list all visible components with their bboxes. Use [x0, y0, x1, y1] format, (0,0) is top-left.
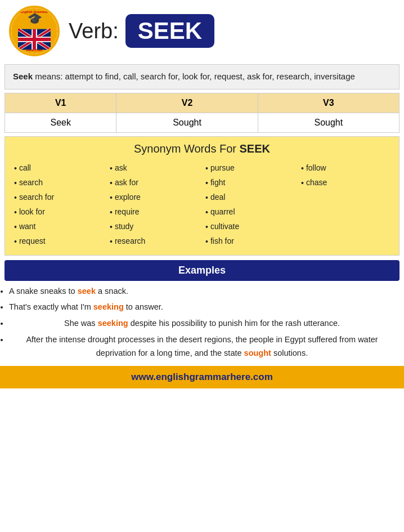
- examples-list: A snake sneaks to seek a snack. That's e…: [9, 284, 395, 360]
- bullet-icon: •: [205, 220, 208, 234]
- bullet-icon: •: [301, 162, 304, 176]
- synonym-col-4: •follow •chase: [298, 161, 393, 249]
- bullet-icon: •: [205, 205, 208, 220]
- bullet-icon: •: [14, 191, 17, 205]
- definition-bold-word: Seek: [13, 71, 33, 81]
- header-section: English Grammar 🎓 Here.Com Verb: SEEK: [0, 0, 404, 62]
- synonym-col-2: •ask •ask for •explore •require •study •…: [106, 161, 202, 249]
- col-header-v3: V3: [258, 93, 399, 113]
- list-item: •look for: [14, 205, 103, 220]
- list-item: •fish for: [205, 234, 294, 249]
- list-item: •search: [14, 176, 103, 190]
- footer: www.englishgrammarhere.com: [0, 366, 404, 388]
- example-highlight: seeking: [98, 319, 128, 328]
- col-header-v1: V1: [5, 93, 116, 113]
- bullet-icon: •: [110, 205, 113, 220]
- bullet-icon: •: [14, 205, 17, 220]
- bullet-icon: •: [14, 235, 17, 249]
- example-text-after: a snack.: [96, 287, 128, 296]
- bullet-icon: •: [110, 162, 113, 176]
- list-item: She was seeking despite his possibility …: [9, 316, 395, 330]
- example-highlight: seek: [78, 287, 96, 296]
- bullet-icon: •: [301, 176, 304, 190]
- list-item: •quarrel: [205, 205, 294, 220]
- list-item: •call: [14, 161, 103, 176]
- title-block: Verb: SEEK: [69, 14, 395, 48]
- synonym-col-1: •call •search •search for •look for •wan…: [11, 161, 106, 249]
- example-text-before: She was: [64, 319, 98, 328]
- list-item: •fight: [205, 176, 294, 190]
- synonyms-title: Synonym Words For SEEK: [11, 142, 393, 155]
- list-item: •explore: [110, 190, 199, 205]
- definition-box: Seek means: attempt to find, call, searc…: [5, 64, 399, 90]
- list-item: •chase: [301, 176, 390, 190]
- list-item: •request: [14, 234, 103, 249]
- example-text-before: After the intense drought processes in t…: [26, 335, 378, 358]
- bullet-icon: •: [14, 176, 17, 190]
- example-highlight: sought: [244, 348, 271, 357]
- logo-text-bottom: Here.Com: [11, 48, 57, 52]
- synonyms-title-plain: Synonym Words For: [134, 142, 239, 155]
- list-item: •follow: [301, 161, 390, 176]
- col-header-v2: V2: [116, 93, 258, 113]
- bullet-icon: •: [110, 191, 113, 205]
- list-item: A snake sneaks to seek a snack.: [9, 284, 395, 298]
- example-text-after: to answer.: [124, 302, 163, 311]
- bullet-icon: •: [14, 220, 17, 234]
- cap-icon: 🎓: [27, 12, 42, 26]
- example-highlight: seeking: [93, 302, 124, 311]
- example-text-after: solutions.: [271, 348, 308, 357]
- examples-header: Examples: [5, 260, 399, 281]
- bullet-icon: •: [110, 235, 113, 249]
- synonyms-grid: •call •search •search for •look for •wan…: [11, 161, 393, 249]
- definition-text: means: attempt to find, call, search for…: [33, 71, 355, 81]
- example-text-before: That's exactly what I'm: [9, 302, 93, 311]
- footer-url: www.englishgrammarhere.com: [131, 372, 273, 382]
- list-item: •cultivate: [205, 220, 294, 234]
- seek-badge: SEEK: [125, 14, 214, 48]
- conjugation-table: V1 V2 V3 Seek Sought Sought: [5, 93, 399, 133]
- list-item: •pursue: [205, 161, 294, 176]
- bullet-icon: •: [205, 162, 208, 176]
- bullet-icon: •: [14, 162, 17, 176]
- logo: English Grammar 🎓 Here.Com: [9, 6, 60, 56]
- bullet-icon: •: [205, 235, 208, 249]
- verb-label: Verb:: [69, 19, 119, 43]
- list-item: After the intense drought processes in t…: [9, 333, 395, 360]
- bullet-icon: •: [110, 176, 113, 190]
- conj-v1: Seek: [5, 113, 116, 132]
- list-item: •ask: [110, 161, 199, 176]
- uk-flag-icon: [18, 29, 51, 50]
- conj-v2: Sought: [116, 113, 258, 132]
- list-item: •require: [110, 205, 199, 220]
- list-item: •search for: [14, 190, 103, 205]
- list-item: •deal: [205, 190, 294, 205]
- list-item: •want: [14, 220, 103, 234]
- synonyms-title-bold: SEEK: [240, 142, 270, 155]
- list-item: •research: [110, 234, 199, 249]
- list-item: •ask for: [110, 176, 199, 190]
- example-text-before: A snake sneaks to: [9, 287, 78, 296]
- bullet-icon: •: [110, 220, 113, 234]
- bullet-icon: •: [205, 176, 208, 190]
- list-item: That's exactly what I'm seeking to answe…: [9, 300, 395, 314]
- example-text-after: despite his possibility to punish him fo…: [128, 319, 340, 328]
- synonyms-section: Synonym Words For SEEK •call •search •se…: [5, 136, 399, 256]
- logo-text-top: English Grammar: [11, 10, 57, 14]
- synonym-col-3: •pursue •fight •deal •quarrel •cultivate…: [202, 161, 298, 249]
- bullet-icon: •: [205, 191, 208, 205]
- list-item: •study: [110, 220, 199, 234]
- conj-v3: Sought: [258, 113, 399, 132]
